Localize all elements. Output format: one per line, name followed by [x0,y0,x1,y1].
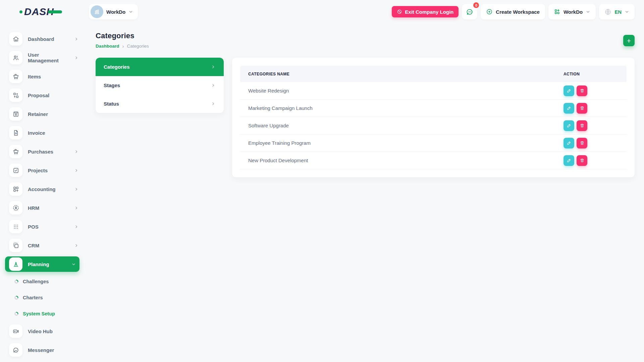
sidebar-item-crm[interactable]: CRM [9,236,82,255]
table-body: Website RedesignMarketing Campaign Launc… [240,82,627,169]
add-category-button[interactable]: + [623,35,635,46]
trash-icon [580,123,585,128]
table-row-marketing-campaign-launch: Marketing Campaign Launch [240,100,627,117]
sidebar-item-proposal[interactable]: Proposal [9,86,82,105]
video-camera-icon [9,324,22,338]
logo-dash-icon [48,10,62,13]
company-selector[interactable]: WorkDo [89,4,138,19]
sidebar-item-invoice[interactable]: Invoice [9,123,82,142]
table-row-new-product-development: New Product Development [240,152,627,169]
sidebar-item-dashboard[interactable]: Dashboard [9,29,82,48]
sidebar-item-label: Purchases [28,149,68,155]
progress-bullet-icon [14,295,19,300]
sidebar-item-messenger[interactable]: Messenger [9,341,82,359]
chevron-down-icon [625,9,629,14]
edit-button[interactable] [564,138,574,148]
delete-button[interactable] [577,155,587,166]
sidebar-item-projects[interactable]: Projects [9,161,82,180]
pos-icon [9,220,22,233]
retainer-icon [9,107,22,121]
table-row-software-upgrade: Software Upgrade [240,117,627,134]
chat-bubble-icon [466,8,474,16]
breadcrumb-dashboard-link[interactable]: Dashboard [96,44,119,49]
top-bar: DASH WorkDo Exit Company Login 0 Create … [0,0,644,23]
delete-button[interactable] [577,85,587,96]
sidebar-item-items[interactable]: Items [9,67,82,86]
category-name: Marketing Campaign Launch [240,105,564,111]
page-heading-block: Categories Dashboard › Categories [96,32,149,49]
create-workspace-button[interactable]: Create Workspace [481,4,545,19]
tab-stages[interactable]: Stages [96,76,224,95]
sidebar-item-label: System Setup [23,311,55,316]
trash-icon [580,158,585,163]
sidebar-item-label: HRM [28,205,68,211]
company-avatar [91,5,103,18]
table-row-website-redesign: Website Redesign [240,82,627,100]
planning-cone-icon [9,257,22,271]
users-icon [9,51,22,64]
sidebar-item-label: Proposal [28,93,82,98]
plus-circle-icon [486,8,493,15]
accounting-icon [9,182,22,196]
sidebar-item-user-management[interactable]: User Management [9,48,82,67]
chevron-right-icon [211,83,216,88]
tab-status[interactable]: Status [96,95,224,113]
sidebar-item-system-setup[interactable]: System Setup [9,306,82,322]
setup-tabs-card: CategoriesStagesStatus [96,58,224,113]
purchases-cart-icon [9,145,22,158]
exit-company-login-button[interactable]: Exit Company Login [392,6,459,17]
column-header-categories-name: Categories Name [240,72,564,76]
chat-count-badge: 0 [473,2,479,8]
pencil-icon [567,106,572,111]
chevron-down-icon [71,262,76,267]
column-header-action: Action [564,72,627,76]
edit-button[interactable] [564,85,574,96]
sidebar-item-retainer[interactable]: Retainer [9,105,82,123]
home-icon [9,32,22,46]
sidebar-item-planning[interactable]: Planning [5,256,79,272]
chevron-right-icon [74,205,79,210]
row-actions [564,85,627,96]
sidebar-item-challenges[interactable]: Challenges [9,274,82,290]
chevron-down-icon [586,9,590,14]
proposal-icon [9,88,22,102]
delete-button[interactable] [577,138,587,148]
edit-button[interactable] [564,120,574,131]
sidebar-item-label: Projects [28,168,68,173]
sidebar-item-label: Messenger [28,347,82,353]
pencil-icon [567,88,572,93]
pencil-icon [567,158,572,163]
delete-button[interactable] [577,103,587,114]
sidebar-item-label: Challenges [23,279,49,284]
sidebar-item-charters[interactable]: Charters [9,290,82,306]
edit-button[interactable] [564,103,574,114]
edit-button[interactable] [564,155,574,166]
category-name: Website Redesign [240,88,564,94]
app-logo[interactable]: DASH [0,6,86,17]
sidebar-item-accounting[interactable]: Accounting [9,180,82,198]
main-content: Categories Dashboard › Categories + Cate… [86,23,644,362]
tab-label: Categories [104,64,130,70]
chevron-right-icon [211,101,216,106]
chevron-right-icon [211,64,216,69]
sidebar-item-purchases[interactable]: Purchases [9,142,82,161]
sidebar-item-label: Invoice [28,130,82,136]
breadcrumb-separator-icon: › [122,43,124,49]
invoice-icon [9,126,22,139]
chevron-right-icon [74,168,79,173]
row-actions [564,103,627,114]
tab-categories[interactable]: Categories [96,58,224,76]
chevron-right-icon [74,187,79,192]
workspace-selector[interactable]: WorkDo [548,4,596,19]
sidebar-item-video-hub[interactable]: Video Hub [9,322,82,341]
delete-button[interactable] [577,120,587,131]
logo-dot-icon [19,10,22,13]
breadcrumb-current: Categories [127,44,149,49]
messenger-header-button[interactable]: 0 [462,4,477,19]
sidebar-item-label: Planning [28,261,66,267]
language-selector[interactable]: EN [599,4,635,19]
sidebar-item-pos[interactable]: POS [9,217,82,236]
sidebar-item-hrm[interactable]: HRM [9,198,82,217]
items-cart-icon [9,70,22,83]
categories-table-card: Categories Name Action Website RedesignM… [232,58,635,177]
